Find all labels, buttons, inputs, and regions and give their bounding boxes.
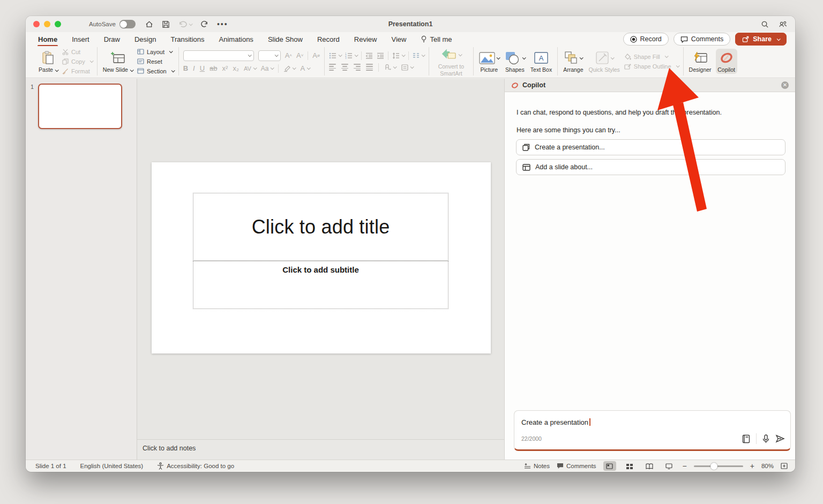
change-case-button[interactable]: Aa	[261, 65, 274, 72]
fit-slide-to-window-icon[interactable]	[781, 463, 788, 469]
text-cursor	[589, 418, 590, 426]
paste-button[interactable]: Paste	[38, 49, 59, 73]
zoom-in-icon[interactable]: +	[750, 462, 754, 470]
cut-button[interactable]: Cut	[62, 48, 93, 56]
record-button[interactable]: Record	[623, 33, 669, 46]
align-center-button[interactable]	[341, 64, 348, 70]
suggestion-create-presentation[interactable]: Create a presentation...	[516, 139, 785, 155]
share-button[interactable]: Share	[735, 33, 787, 46]
redo-icon[interactable]	[200, 20, 208, 28]
normal-view-button[interactable]	[603, 461, 616, 471]
tab-home[interactable]: Home	[38, 34, 58, 45]
tab-animations[interactable]: Animations	[219, 34, 254, 45]
slide-sorter-view-button[interactable]	[623, 461, 636, 471]
reading-view-button[interactable]	[643, 461, 656, 471]
close-copilot-icon[interactable]: ✕	[781, 81, 789, 89]
numbering-button[interactable]: 123	[345, 52, 357, 59]
align-right-button[interactable]	[354, 64, 361, 70]
tab-transitions[interactable]: Transitions	[170, 34, 205, 45]
picture-button[interactable]: Picture	[478, 49, 500, 73]
close-window-button[interactable]	[33, 21, 40, 27]
strikethrough-button[interactable]: ab	[210, 64, 217, 72]
presence-people-icon[interactable]	[779, 20, 788, 28]
designer-button[interactable]: Designer	[688, 49, 713, 73]
bold-button[interactable]: B	[183, 64, 188, 72]
title-placeholder[interactable]: Click to add title	[193, 193, 448, 261]
accessibility-status[interactable]: Accessibility: Good to go	[157, 462, 234, 470]
decrease-font-size-button[interactable]: A˅	[296, 51, 303, 59]
font-size-select[interactable]	[258, 50, 281, 61]
convert-to-smartart-button[interactable]: Convert to SmartArt	[433, 46, 469, 77]
underline-button[interactable]: U	[200, 64, 205, 72]
tab-draw[interactable]: Draw	[103, 34, 121, 45]
minimize-window-button[interactable]	[44, 21, 50, 27]
italic-button[interactable]: I	[193, 64, 195, 72]
zoom-window-button[interactable]	[55, 21, 61, 27]
undo-icon[interactable]	[178, 20, 192, 28]
slide-canvas[interactable]: Click to add title Click to add subtitle	[152, 162, 491, 353]
text-highlight-button[interactable]	[283, 65, 295, 72]
align-text-button[interactable]	[401, 64, 413, 71]
copilot-button[interactable]: Copilot	[716, 49, 737, 73]
more-commands-icon[interactable]: •••	[217, 20, 228, 28]
copy-button[interactable]: Copy	[62, 57, 93, 65]
zoom-slider[interactable]	[694, 463, 743, 470]
line-spacing-button[interactable]	[392, 52, 405, 59]
align-left-button[interactable]	[329, 64, 336, 70]
tab-record[interactable]: Record	[317, 34, 340, 45]
font-color-button[interactable]: A	[300, 64, 310, 72]
shapes-button[interactable]: Shapes	[504, 49, 526, 73]
save-icon[interactable]	[162, 20, 170, 28]
suggestion-add-slide[interactable]: Add a slide about...	[516, 159, 785, 175]
tab-tell-me[interactable]: Tell me	[420, 34, 452, 45]
notes-toggle[interactable]: Notes	[524, 463, 550, 469]
comments-button[interactable]: Comments	[674, 33, 730, 46]
tab-slideshow[interactable]: Slide Show	[267, 34, 303, 45]
subtitle-placeholder[interactable]: Click to add subtitle	[193, 261, 448, 309]
slide-thumbnail[interactable]	[38, 84, 122, 129]
section-button[interactable]: Section	[137, 67, 174, 75]
zoom-level[interactable]: 80%	[761, 463, 774, 469]
decrease-indent-button[interactable]	[365, 52, 373, 59]
increase-font-size-button[interactable]: A˄	[285, 51, 292, 59]
comments-toggle[interactable]: Comments	[557, 463, 596, 469]
new-slide-button[interactable]: New Slide	[102, 49, 134, 73]
autosave-toggle[interactable]	[119, 20, 136, 28]
quick-styles-button[interactable]: Quick Styles	[588, 49, 621, 73]
bullets-button[interactable]	[329, 52, 341, 59]
superscript-button[interactable]: x²	[222, 64, 228, 72]
language-indicator[interactable]: English (United States)	[80, 463, 144, 469]
tab-design[interactable]: Design	[134, 34, 156, 45]
arrange-button[interactable]: Arrange	[562, 49, 584, 73]
prompt-library-icon[interactable]	[742, 434, 750, 443]
search-icon[interactable]	[761, 20, 769, 28]
microphone-icon[interactable]	[762, 434, 769, 443]
font-name-select[interactable]	[183, 50, 254, 61]
text-direction-button[interactable]	[384, 64, 396, 71]
zoom-out-icon[interactable]: −	[683, 462, 687, 470]
columns-button[interactable]	[413, 52, 424, 58]
text-box-button[interactable]: A Text Box	[529, 49, 553, 73]
zoom-slider-handle[interactable]	[710, 463, 717, 470]
tab-insert[interactable]: Insert	[71, 34, 90, 45]
copilot-input[interactable]: Create a presentation 22/2000	[514, 410, 791, 451]
home-icon[interactable]	[145, 20, 153, 28]
shape-outline-button[interactable]: Shape Outline	[624, 62, 679, 70]
layout-button[interactable]: Layout	[137, 48, 174, 56]
clear-formatting-button[interactable]: A⌀	[312, 51, 320, 59]
increase-indent-button[interactable]	[377, 52, 384, 59]
copilot-input-value: Create a presentation	[521, 418, 590, 426]
paste-icon	[42, 50, 55, 65]
tab-review[interactable]: Review	[354, 34, 378, 45]
notes-pane[interactable]: Click to add notes	[137, 439, 504, 460]
slideshow-view-button[interactable]	[663, 461, 676, 471]
character-spacing-button[interactable]: AV	[244, 65, 256, 72]
tab-view[interactable]: View	[391, 34, 407, 45]
reset-button[interactable]: Reset	[137, 57, 174, 65]
format-painter-button[interactable]: Format	[62, 67, 93, 75]
send-icon[interactable]	[775, 434, 785, 443]
shape-fill-button[interactable]: Shape Fill	[624, 52, 679, 61]
justify-button[interactable]	[366, 64, 373, 70]
subscript-button[interactable]: x₂	[233, 64, 239, 72]
copy-chevron-icon	[89, 59, 93, 63]
